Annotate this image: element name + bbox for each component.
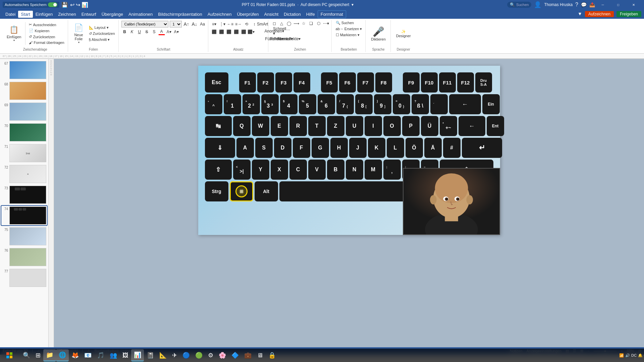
slide-thumb-67[interactable] (9, 61, 46, 79)
slide-thumb-70[interactable] (9, 123, 46, 141)
taskbar-app6[interactable]: 💼 (241, 349, 254, 361)
neue-folie-button[interactable]: 📄 Neue Folie ▾ (71, 22, 87, 45)
taskbar-app7[interactable]: 🖥 (254, 349, 266, 361)
search-box[interactable]: 🔍 Suchen (507, 2, 531, 8)
menu-bildschirmpraesentastion[interactable]: Bildschirmpräsentation (155, 11, 205, 18)
abschnitt-button[interactable]: § Abschnitt ▾ (88, 37, 116, 43)
menu-entwurf[interactable]: Entwurf (79, 11, 99, 18)
taskbar-music[interactable]: 🎵 (94, 349, 107, 361)
slide-thumb-68[interactable] (9, 82, 46, 100)
smartart-button[interactable]: SmArt (259, 21, 266, 27)
taskbar-network-icon[interactable]: 📶 (619, 353, 624, 358)
menu-ansicht[interactable]: Ansicht (261, 11, 281, 18)
slide-item-71[interactable]: 71 1nz (1, 143, 47, 163)
slide-thumb-75[interactable] (9, 227, 46, 245)
shape-more[interactable]: ⋯▾ (323, 20, 329, 27)
underline-button[interactable]: U (136, 28, 143, 35)
minimize-button[interactable]: ─ (595, 0, 610, 9)
highlight-button[interactable]: A▾ (166, 28, 172, 35)
slide-item-73[interactable]: 73 (1, 185, 47, 204)
taskbar-search[interactable]: 🔍 (20, 349, 33, 361)
slide-thumb-76[interactable] (9, 248, 46, 266)
taskbar-chrome[interactable]: 🌐 (56, 349, 69, 361)
font-size-select[interactable]: 18 (170, 21, 182, 27)
align-left-button[interactable]: ⬛ (211, 28, 218, 35)
taskbar-time[interactable]: DC (631, 353, 637, 357)
taskbar-notification-icon[interactable]: 🔔 (638, 353, 643, 358)
linespace-button[interactable]: ⬛▾ (248, 28, 255, 35)
bold-button[interactable]: B (121, 28, 128, 35)
cols-button[interactable]: ⬛ (240, 28, 247, 35)
indent-less-button[interactable]: ←≡ (227, 21, 234, 27)
comments-icon[interactable]: 💬 (581, 2, 587, 7)
taskbar-explorer[interactable]: 📁 (43, 349, 56, 361)
slide-thumb-71[interactable]: 1nz (9, 144, 46, 162)
taskbar-visio[interactable]: 📐 (157, 349, 169, 361)
slide-canvas[interactable]: Esc F1 F2 F3 F4 F5 F6 F7 F8 F9 F10 F11 F… (198, 66, 500, 235)
shape-6[interactable]: ❏ (308, 20, 315, 27)
shape-4[interactable]: ⟶ (293, 20, 300, 27)
autosave-switch[interactable] (48, 2, 57, 7)
fontcolor2-button[interactable]: A▾ (173, 28, 180, 35)
aufzeichnen-button[interactable]: Aufzeichnen (585, 11, 614, 17)
canvas-area[interactable]: Esc F1 F2 F3 F4 F5 F6 F7 F8 F9 F10 F11 F… (54, 59, 644, 347)
designer-button[interactable]: ✨ Designer (393, 22, 414, 45)
taskbar-teams[interactable]: 👥 (107, 349, 120, 361)
list-num-button[interactable]: ⋮▾ (219, 21, 226, 27)
font-shrink-button[interactable]: A↓ (191, 21, 198, 27)
menu-uebergaenge[interactable]: Übergänge (99, 11, 126, 18)
list-bullet-button[interactable]: ≡▾ (211, 21, 218, 27)
shape-3[interactable]: ◯ (286, 20, 292, 27)
shape-7[interactable]: ⬡ (315, 20, 322, 27)
font-grow-button[interactable]: A↑ (183, 21, 190, 27)
shape-2[interactable]: △ (278, 20, 285, 27)
align-right-button[interactable]: ⬛ (226, 28, 232, 35)
autosave-toggle[interactable]: Automatisches Speichern (3, 2, 59, 8)
slide-item-67[interactable]: 67 (1, 60, 47, 80)
markieren-button[interactable]: ☐ Markieren ▾ (334, 32, 364, 38)
einfuegen-button[interactable]: 📋 Einfügen ▾ (5, 22, 23, 45)
taskbar-app5[interactable]: 🔷 (229, 349, 241, 361)
redo-icon[interactable]: ↪ (76, 2, 80, 8)
start-button[interactable] (1, 349, 17, 362)
slide-item-68[interactable]: 68 (1, 81, 47, 101)
kopieren-button[interactable]: 📄 Kopieren (28, 28, 65, 34)
slide-thumb-72[interactable]: ≡ (9, 165, 46, 183)
menu-zeichnen[interactable]: Zeichnen (55, 11, 78, 18)
undo-icon[interactable]: ↩ (70, 2, 74, 8)
taskbar-app3[interactable]: ⚙ (205, 349, 216, 361)
slide-item-69[interactable]: 69 (1, 102, 47, 121)
zuruecksetzen-button[interactable]: ↺ Zurücksetzen (28, 34, 65, 40)
format-uebertragen-button[interactable]: 🖌 Format übertragen (28, 40, 65, 45)
slide-thumb-74[interactable] (9, 206, 46, 225)
taskbar-app1[interactable]: 🔵 (180, 349, 193, 361)
slide-item-75[interactable]: 75 (1, 227, 47, 246)
align-center-button[interactable]: ⬛ (218, 28, 225, 35)
collapse-ribbon-icon[interactable]: ▼ (578, 11, 582, 17)
menu-einfuegen[interactable]: Einfügen (33, 11, 55, 18)
taskbar-photos[interactable]: 🖼 (120, 349, 131, 361)
fontcolor-button[interactable]: A (158, 28, 165, 35)
indent-more-button[interactable]: ≡→ (235, 21, 242, 27)
menu-dictation[interactable]: Dictation (281, 11, 304, 18)
menu-aufzeichnen[interactable]: Aufzeichnen (205, 11, 234, 18)
menu-start[interactable]: Start (18, 11, 33, 18)
textdir-button[interactable]: ⟲ (243, 21, 250, 27)
slide-thumb-73[interactable] (9, 186, 46, 204)
taskbar-telegram[interactable]: ✈ (169, 349, 180, 361)
formeffekt-button[interactable]: Formeffekte▾ (286, 36, 292, 42)
taskbar-onenote[interactable]: 📓 (144, 349, 157, 361)
slide-item-76[interactable]: 76 (1, 247, 47, 267)
menu-datei[interactable]: Datei (3, 11, 18, 18)
menu-hilfe[interactable]: Hilfe (304, 11, 318, 18)
slide-item-70[interactable]: 70 (1, 123, 47, 142)
menu-ueberpruefen[interactable]: Überprüfen (234, 11, 261, 18)
freigeben-button[interactable]: Freigeben (616, 11, 641, 17)
shape-1[interactable]: ◻ (271, 20, 278, 27)
ausschneiden-button[interactable]: ✂ Ausschneiden (28, 22, 65, 27)
taskbar-outlook[interactable]: 📧 (82, 349, 94, 361)
slide-item-72[interactable]: 72 ≡ (1, 164, 47, 184)
italic-button[interactable]: K (129, 28, 136, 35)
shape-5[interactable]: ☆ (301, 20, 307, 27)
close-button[interactable]: ✕ (626, 0, 641, 9)
